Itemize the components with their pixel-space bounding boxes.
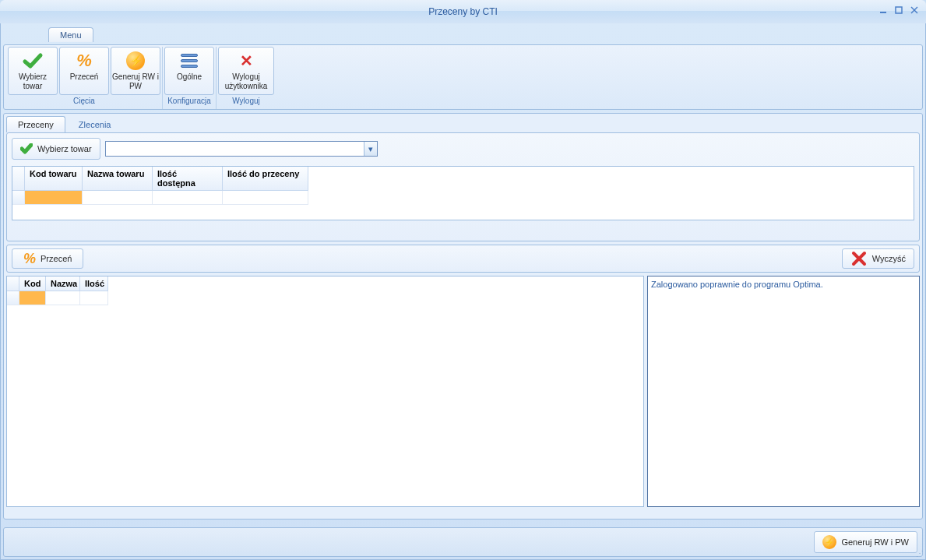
close-button[interactable]	[907, 3, 921, 17]
menu-tab[interactable]: Menu	[48, 27, 93, 42]
document-tabs: Przeceny Zlecenia	[6, 114, 920, 132]
towar-combobox[interactable]: ▾	[105, 141, 378, 157]
cell[interactable]	[223, 191, 308, 205]
x-icon: ✕	[240, 51, 253, 71]
tab-zlecenia[interactable]: Zlecenia	[67, 116, 123, 132]
button-label: Generuj RW i PW	[841, 537, 909, 547]
cell[interactable]	[83, 191, 153, 205]
column-header[interactable]: Kod towaru	[25, 167, 83, 191]
ribbon-group-label: Konfiguracja	[167, 97, 211, 105]
cell[interactable]	[153, 191, 223, 205]
footer-bar: ⚡ Generuj RW i PW	[3, 527, 923, 557]
ribbon-button-label: Przeceń	[70, 72, 99, 82]
bottom-grid[interactable]: Kod Nazwa Ilość	[6, 276, 644, 507]
bottom-grid-container: Kod Nazwa Ilość	[6, 276, 644, 507]
ribbon-button-label: Wyloguj użytkownika	[219, 72, 273, 91]
table-row[interactable]	[7, 291, 643, 305]
towar-input[interactable]	[106, 142, 364, 156]
column-header[interactable]: Kod	[19, 276, 46, 291]
svg-rect-1	[896, 7, 902, 13]
ogolne-button[interactable]: Ogólne	[164, 47, 214, 95]
log-message: Zalogowano poprawnie do programu Optima.	[651, 280, 916, 289]
button-label: Wybierz towar	[37, 144, 92, 153]
title-bar: Przeceny by CTI	[0, 0, 926, 23]
content-area: Przeceny Zlecenia Wybierz towar ▾	[3, 113, 923, 519]
ribbon-group-wyloguj: ✕ Wyloguj użytkownika Wyloguj	[217, 47, 276, 109]
column-header[interactable]: Ilość do przeceny	[223, 167, 308, 191]
top-grid[interactable]: Kod towaru Nazwa towaru Ilość dostępna I…	[12, 166, 914, 220]
button-label: Przeceń	[40, 254, 72, 263]
przecen-small-button[interactable]: % Przeceń	[12, 248, 83, 269]
maximize-button[interactable]	[892, 3, 906, 17]
percent-icon: %	[76, 51, 92, 71]
row-selector-header	[12, 167, 25, 191]
clear-x-icon	[850, 250, 868, 267]
ribbon-button-label: Wybierz towar	[9, 72, 57, 91]
ribbon: Wybierz towar % Przeceń ⚡ Generuj RW i P…	[3, 44, 923, 110]
cell[interactable]	[80, 291, 108, 305]
settings-icon	[181, 51, 198, 71]
check-icon	[22, 51, 44, 71]
flash-icon: ⚡	[126, 51, 145, 71]
row-selector[interactable]	[7, 291, 19, 305]
ribbon-button-label: Generuj RW i PW	[111, 72, 160, 91]
cell[interactable]	[19, 291, 46, 305]
cell[interactable]	[46, 291, 80, 305]
generuj-rwpw-footer-button[interactable]: ⚡ Generuj RW i PW	[814, 531, 917, 553]
log-panel: Zalogowano poprawnie do programu Optima.	[647, 276, 920, 507]
cell[interactable]	[25, 191, 83, 205]
ribbon-group-ciecia: Wybierz towar % Przeceń ⚡ Generuj RW i P…	[6, 47, 163, 109]
column-header[interactable]: Nazwa towaru	[83, 167, 153, 191]
ribbon-button-label: Ogólne	[177, 72, 202, 82]
wybierz-towar-small-button[interactable]: Wybierz towar	[12, 138, 100, 160]
row-selector[interactable]	[12, 191, 25, 205]
column-header[interactable]: Nazwa	[46, 276, 80, 291]
window-title: Przeceny by CTI	[428, 6, 498, 17]
ribbon-group-label: Cięcia	[73, 97, 95, 105]
generuj-rwpw-button[interactable]: ⚡ Generuj RW i PW	[111, 47, 160, 95]
minimize-button[interactable]	[876, 3, 890, 17]
ribbon-group-konfiguracja: Ogólne Konfiguracja	[163, 47, 217, 109]
flash-icon: ⚡	[822, 535, 836, 549]
percent-icon: %	[23, 251, 36, 267]
ribbon-group-label: Wyloguj	[232, 97, 259, 105]
chevron-down-icon[interactable]: ▾	[364, 142, 377, 156]
button-label: Wyczyść	[872, 254, 906, 263]
wybierz-towar-button[interactable]: Wybierz towar	[8, 47, 58, 95]
wyczysc-button[interactable]: Wyczyść	[842, 248, 914, 269]
wyloguj-button[interactable]: ✕ Wyloguj użytkownika	[218, 47, 274, 95]
menu-row: Menu	[3, 26, 923, 44]
top-panel: Wybierz towar ▾ Kod towaru Nazwa towaru …	[6, 132, 920, 241]
check-icon	[20, 143, 33, 154]
table-row[interactable]	[12, 191, 914, 205]
column-header[interactable]: Ilość	[80, 276, 108, 291]
przecen-button[interactable]: % Przeceń	[59, 47, 109, 95]
row-selector-header	[7, 276, 19, 291]
mid-toolbar: % Przeceń Wyczyść	[6, 245, 920, 273]
column-header[interactable]: Ilość dostępna	[153, 167, 223, 191]
tab-przeceny[interactable]: Przeceny	[6, 116, 65, 132]
